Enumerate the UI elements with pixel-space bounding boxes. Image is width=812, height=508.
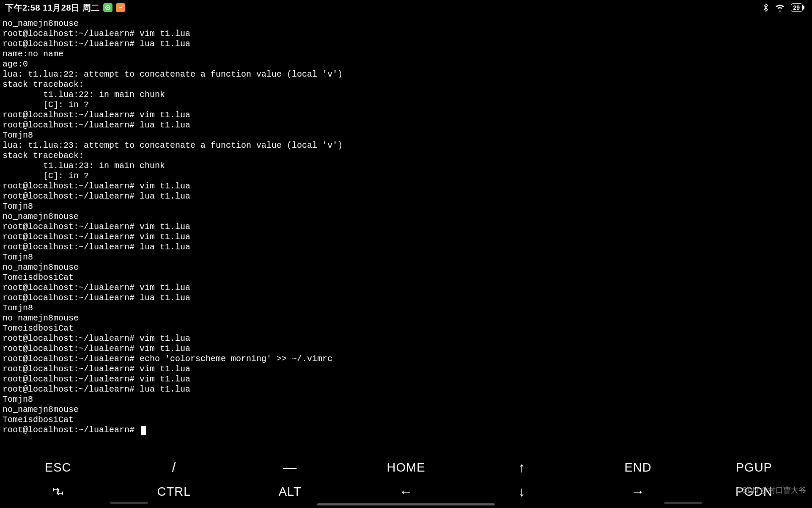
terminal-line: t1.lua:22: in main chunk: [3, 90, 809, 100]
terminal-line: root@localhost:~/lualearn# vim t1.lua: [3, 29, 809, 39]
terminal-line: root@localhost:~/lualearn# vim t1.lua: [3, 181, 809, 191]
terminal-line: name:no_name: [3, 49, 809, 59]
terminal-line: no_namejn8mouse: [3, 212, 809, 222]
terminal-line: Tomjn8: [3, 202, 809, 212]
terminal-line: root@localhost:~/lualearn# echo 'colorsc…: [3, 354, 809, 364]
terminal-line: no_namejn8mouse: [3, 313, 809, 323]
battery-indicator: 29: [791, 3, 803, 12]
terminal-line: [C]: in ?: [3, 171, 809, 181]
terminal-line: Tomjn8: [3, 130, 809, 141]
app-badge-1-icon: [103, 3, 112, 12]
keyboard-row-2: CTRL ALT ← ↓ → PGDN: [0, 480, 812, 504]
key-down[interactable]: ↓: [464, 485, 580, 499]
key-ctrl[interactable]: CTRL: [116, 485, 232, 499]
terminal-line: Tomjn8: [3, 395, 809, 405]
bluetooth-icon: [763, 3, 769, 12]
terminal-line: root@localhost:~/lualearn# vim t1.lua: [3, 344, 809, 354]
key-pgup[interactable]: PGUP: [696, 461, 812, 475]
terminal-line: root@localhost:~/lualearn# vim t1.lua: [3, 283, 809, 293]
status-bar: 下午2:58 11月28日 周二 29: [0, 0, 812, 15]
keyboard-row-1: ESC / — HOME ↑ END PGUP: [0, 456, 812, 480]
terminal-line: [C]: in ?: [3, 100, 809, 110]
status-time: 下午2:58 11月28日 周二: [5, 2, 100, 14]
key-alt[interactable]: ALT: [232, 485, 348, 499]
terminal-line: Tomjn8: [3, 252, 809, 262]
svg-rect-2: [119, 7, 122, 8]
key-esc[interactable]: ESC: [0, 461, 116, 475]
terminal-line: root@localhost:~/lualearn# lua t1.lua: [3, 191, 809, 202]
terminal-output[interactable]: no_namejn8mouseroot@localhost:~/lualearn…: [0, 15, 812, 435]
home-indicator[interactable]: [317, 503, 495, 505]
key-home[interactable]: HOME: [348, 461, 464, 475]
cursor-icon: [141, 426, 146, 435]
key-slash[interactable]: /: [116, 461, 232, 475]
terminal-line: stack traceback:: [3, 151, 809, 161]
svg-point-1: [107, 7, 109, 8]
terminal-line: lua: t1.lua:23: attempt to concatenate a…: [3, 141, 809, 151]
key-dash[interactable]: —: [232, 461, 348, 475]
terminal-line: root@localhost:~/lualearn# vim t1.lua: [3, 374, 809, 384]
terminal-line: t1.lua:23: in main chunk: [3, 161, 809, 171]
terminal-line: root@localhost:~/lualearn# vim t1.lua: [3, 110, 809, 120]
terminal-line: TomeisdbosiCat: [3, 323, 809, 334]
terminal-line: stack traceback:: [3, 80, 809, 90]
terminal-line: lua: t1.lua:22: attempt to concatenate a…: [3, 69, 809, 80]
terminal-line: root@localhost:~/lualearn# lua t1.lua: [3, 120, 809, 130]
app-badge-2-icon: [116, 3, 125, 12]
accessory-keyboard: ESC / — HOME ↑ END PGUP CTRL ALT ← ↓ → P…: [0, 450, 812, 508]
key-tab[interactable]: [0, 485, 116, 499]
key-left[interactable]: ←: [348, 485, 464, 499]
key-end[interactable]: END: [580, 461, 696, 475]
terminal-line: TomeisdbosiCat: [3, 273, 809, 283]
terminal-line: root@localhost:~/lualearn# lua t1.lua: [3, 293, 809, 303]
battery-level: 29: [793, 4, 800, 11]
terminal-line: root@localhost:~/lualearn# vim t1.lua: [3, 232, 809, 242]
key-up[interactable]: ↑: [464, 461, 580, 475]
terminal-line: root@localhost:~/lualearn# vim t1.lua: [3, 364, 809, 374]
terminal-line: age:0: [3, 59, 809, 69]
terminal-line: no_namejn8mouse: [3, 19, 809, 29]
terminal-line: root@localhost:~/lualearn# lua t1.lua: [3, 384, 809, 395]
terminal-line: root@localhost:~/lualearn# lua t1.lua: [3, 39, 809, 49]
terminal-line: no_namejn8mouse: [3, 405, 809, 415]
wifi-icon: [775, 4, 785, 11]
terminal-line: TomeisdbosiCat: [3, 415, 809, 425]
terminal-line: root@localhost:~/lualearn# vim t1.lua: [3, 334, 809, 344]
terminal-line: root@localhost:~/lualearn# lua t1.lua: [3, 242, 809, 252]
terminal-line: root@localhost:~/lualearn# vim t1.lua: [3, 222, 809, 232]
watermark: CSDN @村口曹大爷: [737, 485, 806, 495]
key-right[interactable]: →: [580, 485, 696, 499]
terminal-prompt[interactable]: root@localhost:~/lualearn#: [3, 425, 809, 435]
terminal-line: Tomjn8: [3, 303, 809, 313]
terminal-line: no_namejn8mouse: [3, 262, 809, 273]
